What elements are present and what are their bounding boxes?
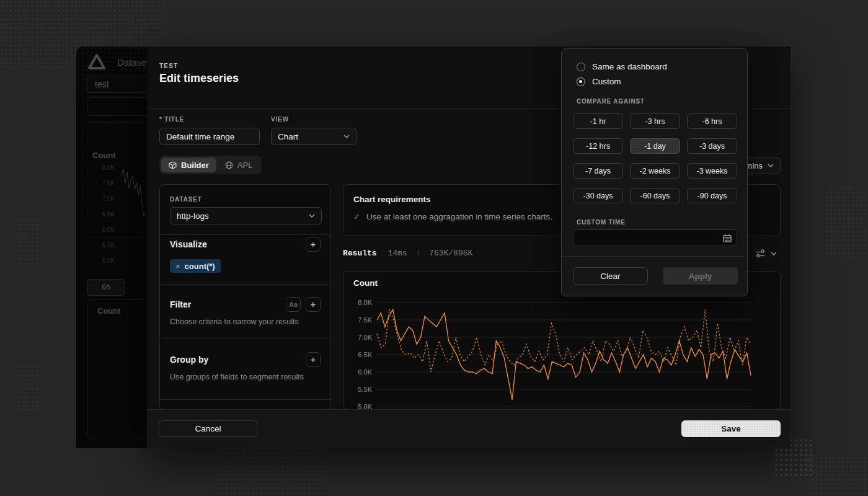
radio-label: Custom	[592, 77, 621, 86]
compare-option--1-hr[interactable]: -1 hr	[573, 113, 623, 129]
background-y-label: 5.0K	[96, 257, 115, 264]
compare-against-label: COMPARE AGAINST	[577, 98, 645, 105]
chart-requirement-item: ✓ Use at least one aggragation in time s…	[353, 212, 552, 221]
results-row-count: 763K/896K	[429, 249, 472, 258]
chart-requirement-text: Use at least one aggragation in time ser…	[366, 212, 552, 221]
tab-apl[interactable]: APL	[218, 157, 260, 172]
series-dotted	[377, 309, 751, 372]
compare-option--12-hrs[interactable]: -12 hrs	[573, 138, 623, 154]
calendar-icon[interactable]	[723, 234, 732, 242]
groupby-hint: Use groups of fields to segment results	[170, 373, 304, 381]
chevron-down-icon	[343, 135, 350, 138]
editor-mode-tabs: Builder APL	[159, 156, 262, 174]
cube-icon	[169, 161, 177, 169]
dataset-label: DATASET	[170, 196, 202, 203]
compare-option--7-days[interactable]: -7 days	[573, 163, 623, 179]
texture-patch	[825, 186, 868, 260]
compare-option--3-weeks[interactable]: -3 weeks	[687, 163, 737, 179]
filter-case-button[interactable]: Aa	[286, 297, 301, 312]
background-y-label: 6.0K	[96, 226, 115, 233]
background-time-range-button[interactable]: 6h	[87, 279, 125, 296]
modal-footer: Cancel Save	[147, 409, 790, 448]
background-y-label: 7.0K	[96, 195, 115, 202]
popover-divider	[562, 256, 747, 257]
background-y-label: 8.0K	[96, 164, 115, 171]
filter-title: Filter	[170, 299, 191, 309]
add-groupby-button[interactable]: +	[306, 352, 321, 367]
results-separator: |	[415, 249, 420, 258]
compare-option--1-day[interactable]: -1 day	[630, 138, 680, 154]
visualize-title: Visualize	[170, 239, 207, 249]
title-field-label: * TITLE	[159, 116, 184, 123]
chart-options-sliders-icon[interactable]	[755, 249, 766, 258]
title-input[interactable]	[159, 128, 260, 145]
clear-button[interactable]: Clear	[573, 267, 648, 285]
view-select[interactable]: Chart	[271, 128, 356, 145]
section-divider	[160, 339, 330, 339]
texture-patch	[216, 443, 326, 496]
filter-hint: Choose criteria to narrow your results	[170, 317, 299, 326]
results-latency: 14ms	[388, 249, 407, 258]
background-chart-title: Count	[97, 306, 121, 316]
close-icon[interactable]: ×	[175, 262, 180, 271]
texture-patch	[806, 456, 868, 496]
chart-requirements-title: Chart requirements	[353, 195, 431, 204]
background-chart-title: Count	[92, 151, 116, 160]
page-background: Dataset test Count 30K25K20K15K10K Count…	[0, 0, 868, 496]
compare-option--30-days[interactable]: -30 days	[573, 188, 623, 203]
chart-title: Count	[353, 278, 378, 288]
custom-time-label: CUSTOM TIME	[577, 219, 626, 226]
axiom-logo-icon	[87, 54, 106, 70]
section-divider	[160, 284, 330, 285]
results-label: Results	[343, 249, 377, 258]
compare-option--90-days[interactable]: -90 days	[687, 188, 737, 203]
groupby-title: Group by	[170, 355, 208, 365]
compare-option--3-days[interactable]: -3 days	[687, 138, 737, 154]
section-divider	[160, 234, 330, 235]
check-icon: ✓	[353, 212, 360, 221]
y-axis-tick-label: 5.5K	[358, 386, 372, 393]
cancel-button[interactable]: Cancel	[159, 420, 257, 437]
chevron-down-icon[interactable]	[771, 252, 777, 255]
radio-custom[interactable]: Custom	[577, 77, 621, 86]
compare-option--6-hrs[interactable]: -6 hrs	[687, 113, 737, 129]
tab-builder[interactable]: Builder	[161, 157, 216, 172]
compare-option--60-days[interactable]: -60 days	[630, 188, 680, 203]
background-breadcrumb: Dataset	[117, 57, 149, 68]
background-y-label: 5.5K	[96, 242, 115, 249]
query-builder-panel: DATASET http-logs Visualize + × count(*)…	[159, 184, 331, 410]
radio-selected-icon[interactable]	[577, 78, 585, 86]
save-button[interactable]: Save	[681, 420, 781, 437]
compare-options-grid: -1 hr-3 hrs-6 hrs-12 hrs-1 day-3 days-7 …	[573, 113, 737, 203]
radio-icon[interactable]	[577, 63, 585, 71]
y-axis-tick-label: 6.5K	[358, 351, 372, 358]
background-y-label: 7.5K	[96, 180, 115, 187]
dataset-select-value: http-logs	[177, 211, 209, 221]
view-select-value: Chart	[278, 132, 298, 141]
section-divider	[160, 399, 330, 400]
compare-time-popover: Same as dashboard Custom COMPARE AGAINST…	[561, 48, 748, 296]
compare-option--3-hrs[interactable]: -3 hrs	[630, 113, 680, 129]
custom-time-input[interactable]	[573, 229, 737, 246]
resolution-select-value: mins	[746, 161, 763, 170]
modal-title: Edit timeseries	[159, 72, 239, 85]
tab-builder-label: Builder	[181, 161, 209, 170]
y-axis-tick-label: 8.0K	[358, 299, 372, 306]
compare-option--2-weeks[interactable]: -2 weeks	[630, 163, 680, 179]
texture-patch	[17, 365, 40, 414]
add-filter-button[interactable]: +	[306, 297, 321, 312]
chevron-down-icon	[768, 164, 774, 167]
timeseries-chart[interactable]: 8.0K7.5K7.0K6.5K6.0K5.5K5.0K	[343, 295, 781, 410]
background-sparkline	[121, 158, 146, 239]
background-y-label: 6.5K	[96, 211, 115, 218]
globe-icon	[225, 161, 233, 169]
dataset-select[interactable]: http-logs	[170, 207, 322, 224]
y-axis-tick-label: 6.0K	[358, 368, 372, 376]
radio-same-as-dashboard[interactable]: Same as dashboard	[577, 62, 667, 71]
modal-eyebrow: TEST	[159, 63, 178, 69]
aggregation-chip[interactable]: × count(*)	[170, 259, 221, 273]
y-axis-tick-label: 7.0K	[358, 334, 372, 341]
radio-label: Same as dashboard	[592, 62, 667, 71]
add-visualization-button[interactable]: +	[306, 237, 321, 252]
apply-button[interactable]: Apply	[663, 267, 738, 285]
